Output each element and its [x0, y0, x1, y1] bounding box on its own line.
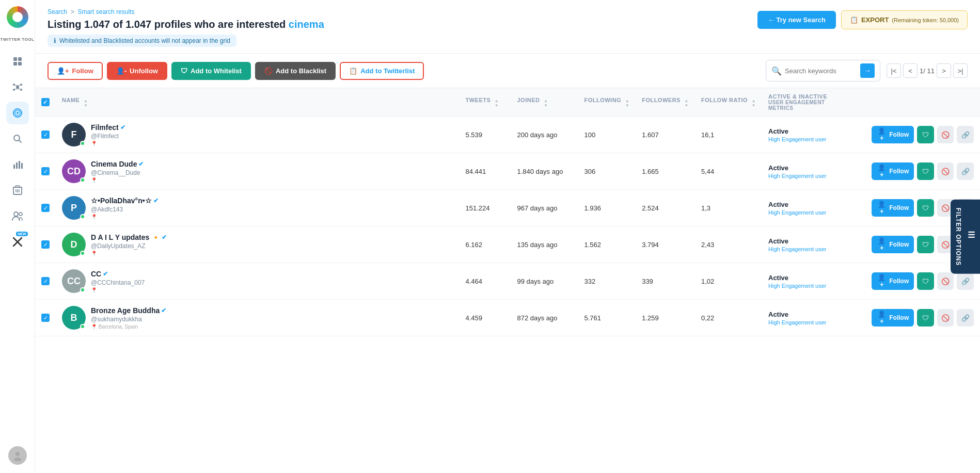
row-blacklist-button-5[interactable]: 🚫 — [937, 272, 954, 290]
user-handle-2[interactable]: @Cinema__Dude — [91, 169, 144, 176]
breadcrumb-search[interactable]: Search — [48, 8, 67, 15]
col-header-check[interactable]: ✓ — [35, 88, 56, 117]
row-user-cell-3: P ☆•PollaDhav°n•☆ ✔ @Akdfc143 📍 — [56, 190, 459, 226]
user-handle-3[interactable]: @Akdfc143 — [91, 206, 159, 213]
row-checkbox-6[interactable]: ✓ — [41, 314, 50, 322]
try-new-search-button[interactable]: ← Try new Search — [757, 11, 836, 29]
toolbar-buttons: 👤+ Follow 👤- Unfollow 🛡 Add to Whitelist… — [48, 62, 424, 80]
row-link-button-1[interactable]: 🔗 — [957, 126, 974, 143]
user-name-1[interactable]: Filmfect ✔ — [91, 123, 125, 132]
col-header-ratio[interactable]: FOLLOW RATIO ▲▼ — [695, 88, 762, 117]
sidebar-item-x[interactable]: NEW — [6, 231, 29, 253]
filter-options-panel[interactable]: ☰ FILTER OPTIONS — [951, 199, 980, 273]
row-tweets-5: 4.464 — [459, 263, 511, 300]
row-whitelist-button-3[interactable]: 🛡 — [917, 199, 934, 217]
add-whitelist-button[interactable]: 🛡 Add to Whitelist — [171, 62, 251, 80]
table-row: ✓ CC CC ✔ @CCChintana_007 📍 4.464 99 da — [35, 263, 980, 300]
follow-icon-5: 👤+ — [877, 274, 887, 288]
pagination-first-button[interactable]: |< — [887, 63, 901, 78]
col-header-following[interactable]: FOLLOWING ▲▼ — [578, 88, 636, 117]
user-avatar — [8, 446, 27, 465]
row-whitelist-button-1[interactable]: 🛡 — [917, 126, 934, 143]
sidebar-item-network[interactable] — [6, 76, 29, 99]
follow-button[interactable]: 👤+ Follow — [48, 62, 103, 80]
search-submit-button[interactable]: → — [860, 63, 875, 78]
add-blacklist-button[interactable]: 🚫 Add to Blacklist — [255, 62, 336, 80]
user-name-5[interactable]: CC ✔ — [91, 270, 145, 278]
row-link-button-6[interactable]: 🔗 — [957, 309, 974, 327]
row-blacklist-button-2[interactable]: 🚫 — [937, 162, 954, 180]
row-blacklist-button-6[interactable]: 🚫 — [937, 309, 954, 327]
export-button[interactable]: 📋 EXPORT (Remaining token: 50,000) — [841, 10, 968, 29]
row-whitelist-button-5[interactable]: 🛡 — [917, 272, 934, 290]
user-name-4[interactable]: D A I L Y updates 🔸 ✔ — [91, 233, 167, 241]
row-whitelist-button-2[interactable]: 🛡 — [917, 162, 934, 180]
row-followers-1: 1.607 — [636, 117, 695, 153]
follow-label-3: Follow — [889, 204, 909, 211]
sidebar-item-search[interactable] — [6, 127, 29, 150]
row-link-button-2[interactable]: 🔗 — [957, 162, 974, 180]
sidebar-item-dashboard[interactable] — [6, 50, 29, 73]
col-header-name[interactable]: NAME ▲▼ — [56, 88, 459, 117]
user-handle-1[interactable]: @Filmfect — [91, 133, 125, 140]
col-header-tweets[interactable]: TWEETS ▲▼ — [459, 88, 511, 117]
row-follow-button-4[interactable]: 👤+ Follow — [872, 236, 914, 253]
row-engagement-3: Active High Engagement user — [762, 190, 865, 226]
avatar-wrap-5: CC — [62, 269, 86, 293]
info-banner: ℹ Whitelisted and Blacklisted accounts w… — [48, 35, 236, 47]
select-all-checkbox[interactable]: ✓ — [41, 98, 50, 106]
col-header-joined[interactable]: JOINED ▲▼ — [511, 88, 578, 117]
user-info-5: CC ✔ @CCChintana_007 📍 — [91, 270, 145, 293]
row-checkbox-5[interactable]: ✓ — [41, 277, 50, 285]
col-header-followers[interactable]: FOLLOWERS ▲▼ — [636, 88, 695, 117]
row-following-1: 100 — [578, 117, 636, 153]
svg-rect-20 — [19, 161, 20, 169]
sidebar-item-avatar[interactable] — [6, 444, 29, 467]
pagination-prev-button[interactable]: < — [903, 63, 918, 78]
verified-badge: ✔ — [162, 234, 167, 241]
sidebar-item-target[interactable] — [6, 102, 29, 124]
row-follow-button-1[interactable]: 👤+ Follow — [872, 126, 914, 143]
avatar-wrap-2: CD — [62, 159, 86, 183]
row-joined-1: 200 days ago — [511, 117, 578, 153]
row-checkbox-cell-6: ✓ — [35, 300, 56, 336]
table-area: ✓ NAME ▲▼ TWEETS ▲▼ JOINED ▲▼ FOLLOWING … — [35, 88, 980, 473]
user-handle-6[interactable]: @sukhamydukkha — [91, 316, 166, 323]
app-logo[interactable] — [7, 6, 28, 28]
row-whitelist-button-6[interactable]: 🛡 — [917, 309, 934, 327]
user-name-6[interactable]: Bronze Age Buddha ✔ — [91, 306, 166, 315]
verified-badge: ✔ — [153, 197, 159, 204]
svg-rect-18 — [13, 165, 15, 169]
row-follow-button-3[interactable]: 👤+ Follow — [872, 199, 914, 217]
engagement-status-4: Active — [768, 237, 859, 245]
user-info-4: D A I L Y updates 🔸 ✔ @DailyUpdates_AZ 📍 — [91, 233, 167, 256]
search-input[interactable] — [785, 67, 857, 75]
user-location-3: 📍 — [91, 214, 159, 220]
pagination-next-button[interactable]: > — [937, 63, 951, 78]
sidebar-item-analytics[interactable] — [6, 153, 29, 176]
row-checkbox-2[interactable]: ✓ — [41, 167, 50, 175]
row-checkbox-1[interactable]: ✓ — [41, 131, 50, 139]
row-whitelist-button-4[interactable]: 🛡 — [917, 236, 934, 253]
sidebar-item-trash[interactable] — [6, 179, 29, 202]
row-followers-5: 339 — [636, 263, 695, 300]
row-follow-button-6[interactable]: 👤+ Follow — [872, 309, 914, 327]
unfollow-button[interactable]: 👤- Unfollow — [107, 62, 167, 80]
avatar-wrap-6: B — [62, 306, 86, 330]
user-name-2[interactable]: Cinema Dude ✔ — [91, 160, 144, 168]
row-blacklist-button-1[interactable]: 🚫 — [937, 126, 954, 143]
row-follow-button-5[interactable]: 👤+ Follow — [872, 272, 914, 290]
row-checkbox-cell-2: ✓ — [35, 153, 56, 190]
row-link-button-5[interactable]: 🔗 — [957, 272, 974, 290]
row-checkbox-3[interactable]: ✓ — [41, 204, 50, 212]
results-table: ✓ NAME ▲▼ TWEETS ▲▼ JOINED ▲▼ FOLLOWING … — [35, 88, 980, 336]
user-handle-4[interactable]: @DailyUpdates_AZ — [91, 242, 167, 250]
user-name-3[interactable]: ☆•PollaDhav°n•☆ ✔ — [91, 197, 159, 205]
row-follow-button-2[interactable]: 👤+ Follow — [872, 162, 914, 180]
sidebar-item-users[interactable] — [6, 205, 29, 227]
add-twitterlist-button[interactable]: 📋 Add to Twitterlist — [340, 62, 424, 80]
row-checkbox-4[interactable]: ✓ — [41, 240, 50, 249]
pagination-last-button[interactable]: >| — [953, 63, 968, 78]
engagement-status-3: Active — [768, 201, 859, 208]
user-handle-5[interactable]: @CCChintana_007 — [91, 279, 145, 286]
